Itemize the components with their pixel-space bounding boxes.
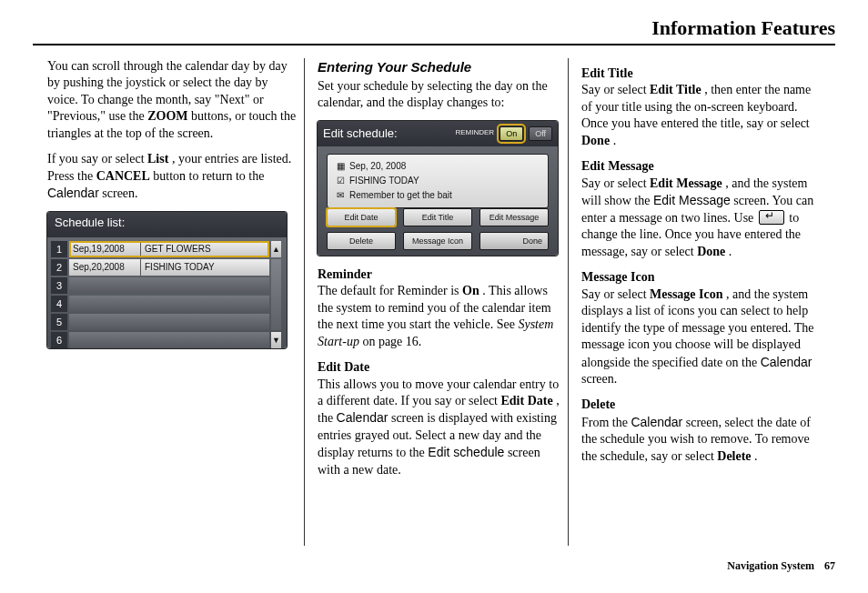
ui-calendar: Calendar [337, 410, 389, 425]
page-footer: Navigation System 67 [727, 559, 835, 573]
schedule-list-grid: 1 2 3 4 5 6 Sep,19,2008 GET FLOWERS S [51, 241, 281, 348]
edit-date-button[interactable]: Edit Date [327, 208, 396, 226]
edit-schedule-title: Edit schedule: [323, 126, 398, 141]
edit-title-button[interactable]: Edit Title [403, 208, 472, 226]
text: FISHING TODAY [349, 175, 419, 186]
bold-edit-date: Edit Date [501, 394, 553, 407]
row-date: Sep,20,2008 [69, 259, 141, 276]
schedule-row[interactable]: Sep,20,2008 FISHING TODAY [69, 259, 269, 276]
row-num: 6 [51, 332, 67, 348]
message-icon-heading: Message Icon [581, 269, 824, 286]
schedule-row[interactable]: Sep,19,2008 GET FLOWERS [69, 241, 269, 257]
text: . [613, 134, 617, 147]
row-num: 3 [51, 277, 67, 294]
schedule-row-empty[interactable] [69, 332, 269, 348]
ui-edit-schedule: Edit schedule [428, 445, 504, 459]
text: Say or select [581, 287, 650, 301]
ui-calendar: Calendar [631, 415, 682, 429]
edit-message-button[interactable]: Edit Message [479, 208, 549, 226]
column-1: You can scroll through the calendar day … [40, 58, 304, 546]
text: If you say or select [47, 152, 147, 166]
calendar-icon: ▦ [335, 160, 346, 172]
text: on page 16. [362, 335, 421, 348]
bold-zoom: ZOOM [147, 109, 187, 123]
reminder-heading: Reminder [318, 266, 560, 283]
bold-cancel: CANCEL [96, 169, 150, 183]
columns: You can scroll through the calendar day … [40, 58, 835, 546]
page-section-title: Information Features [651, 16, 835, 40]
row-content-column: Sep,19,2008 GET FLOWERS Sep,20,2008 FISH… [69, 241, 269, 348]
message-icon-button[interactable]: Message Icon [403, 232, 472, 250]
done-button[interactable]: Done [479, 232, 549, 250]
reminder-on-button[interactable]: On [500, 126, 523, 141]
bold-edit-title: Edit Title [650, 83, 701, 96]
bold-message-icon: Message Icon [650, 287, 723, 301]
row-number-column: 1 2 3 4 5 6 [51, 241, 67, 348]
text: button to return to the [153, 169, 264, 183]
text: . [729, 245, 732, 258]
edit-message-para: Say or select Edit Message , and the sys… [581, 176, 824, 260]
edit-message-heading: Edit Message [581, 158, 824, 175]
message-icon-para: Say or select Message Icon , and the sys… [581, 286, 824, 388]
col1-para1: You can scroll through the calendar day … [47, 58, 297, 142]
scroll-up-icon[interactable]: ▲ [271, 241, 281, 257]
edit-title-para: Say or select Edit Title , then enter th… [581, 82, 824, 149]
schedule-row-empty[interactable] [69, 296, 269, 312]
bold-edit-message: Edit Message [650, 176, 722, 190]
column-3: Edit Title Say or select Edit Title , th… [568, 58, 832, 546]
reminder-off-button[interactable]: Off [529, 126, 552, 141]
schedule-row-empty[interactable] [69, 277, 269, 294]
bold-on: On [462, 284, 479, 297]
edit-date-para: This allows you to move your calendar en… [318, 377, 560, 479]
reminder-label: REMINDER [455, 128, 494, 138]
text: The default for Reminder is [318, 284, 462, 297]
row-num: 2 [51, 259, 67, 276]
message-icon: ✉ [335, 189, 346, 201]
column-2: Entering Your Schedule Set your schedule… [304, 58, 568, 546]
text: screen. [102, 186, 137, 200]
text: From the [581, 416, 631, 429]
edit-date-heading: Edit Date [318, 359, 560, 376]
edit-schedule-body: ▦ Sep, 20, 2008 ☑ FISHING TODAY ✉ Rememb… [327, 154, 549, 208]
enter-key-icon [759, 210, 784, 225]
bold-list: List [147, 152, 168, 166]
delete-para: From the Calendar screen, select the dat… [581, 414, 824, 465]
col2-intro: Set your schedule by selecting the day o… [318, 78, 560, 112]
text: Sep, 20, 2008 [349, 160, 406, 172]
edit-schedule-header: Edit schedule: REMINDER On Off [318, 121, 558, 146]
page-number: 67 [824, 559, 835, 572]
text: Say or select [581, 176, 650, 190]
row-num: 1 [51, 241, 67, 257]
text: Remember to get the bait [349, 189, 452, 201]
scrollbar[interactable]: ▲ ▼ [271, 241, 281, 348]
text: . [754, 449, 758, 463]
bold-done: Done [581, 134, 610, 147]
delete-button[interactable]: Delete [327, 232, 396, 250]
row-date: Sep,19,2008 [69, 241, 141, 257]
edit-date-line: ▦ Sep, 20, 2008 [335, 159, 540, 174]
scroll-down-icon[interactable]: ▼ [271, 332, 281, 348]
bold-delete: Delete [717, 449, 751, 463]
schedule-row-empty[interactable] [69, 314, 269, 330]
delete-heading: Delete [581, 397, 824, 413]
scroll-track[interactable] [271, 259, 281, 330]
ui-calendar: Calendar [761, 355, 812, 369]
manual-page: Information Features You can scroll thro… [0, 0, 868, 593]
edit-title-heading: Edit Title [581, 65, 824, 82]
section-heading: Entering Your Schedule [318, 58, 560, 76]
reminder-para: The default for Reminder is On . This al… [318, 283, 560, 350]
row-text: GET FLOWERS [141, 241, 215, 257]
ui-calendar: Calendar [47, 186, 99, 200]
note-icon: ☑ [335, 175, 346, 186]
text: Say or select [581, 83, 650, 96]
col1-para2: If you say or select List , your entries… [47, 151, 297, 202]
schedule-list-screenshot: Schedule list: 1 2 3 4 5 6 Sep,19,2008 G… [47, 212, 287, 348]
edit-message-line: ✉ Remember to get the bait [335, 188, 540, 203]
footer-label: Navigation System [727, 559, 814, 572]
edit-schedule-screenshot: Edit schedule: REMINDER On Off ▦ Sep, 20… [318, 121, 558, 256]
header-rule [33, 44, 835, 45]
edit-title-line: ☑ FISHING TODAY [335, 174, 540, 188]
bold-done: Done [697, 245, 725, 258]
row-text: FISHING TODAY [141, 259, 218, 276]
ui-edit-message: Edit Message [653, 193, 731, 207]
